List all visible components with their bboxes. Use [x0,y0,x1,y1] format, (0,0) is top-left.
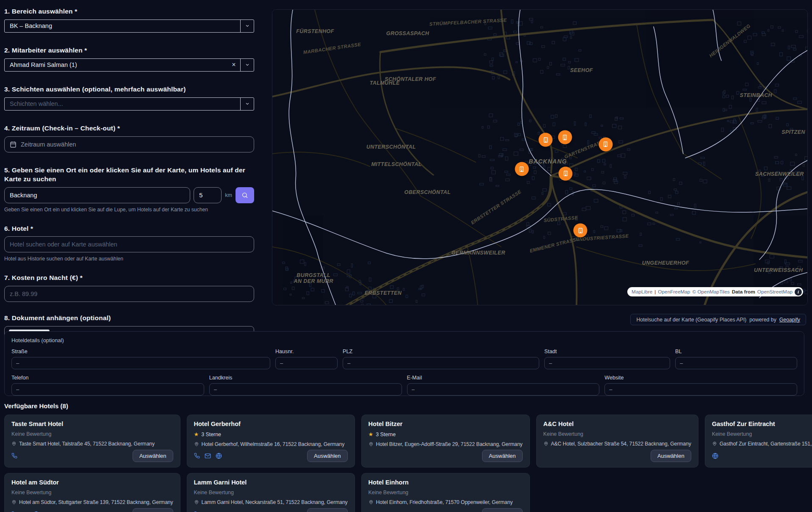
detail-field-input[interactable] [407,383,600,396]
zeitraum-input[interactable]: Zeitraum auswählen [4,136,254,152]
select-hotel-button[interactable]: Auswählen [651,450,691,462]
details-row-2: TelefonLandkreisE-MailWebsite [11,375,797,396]
hotel-address-text: Gasthof Zur Eintracht, Gartenstraße 151,… [720,441,812,447]
detail-field: Stadt [544,349,670,369]
booking-form: 1. Bereich auswählen * BK – Backnang 2. … [4,4,254,359]
hotel-input[interactable] [10,241,249,248]
hotel-address-text: Hotel am Südtor, Stuttgarter Straße 139,… [19,499,173,505]
detail-field: Landkreis [209,375,402,396]
globe-icon[interactable] [712,453,718,459]
bereich-select[interactable]: BK – Backnang [4,19,254,33]
mail-icon[interactable] [205,453,211,459]
info-icon[interactable]: i [795,288,802,296]
hotel-address-text: Hotel Bitzer, Eugen-Adolff-Straße 29, 71… [376,441,523,447]
mitarbeiter-value: Ahmad Rami Salman (1) [5,61,227,68]
detail-field-label: Hausnr. [275,349,338,354]
hotel-card: Gasthof Zur Eintracht ★ Keine Bewertung … [705,415,812,468]
hotel-name: A&C Hotel [543,421,691,427]
kosten-input[interactable] [10,291,249,297]
select-hotel-button[interactable]: Auswählen [307,450,348,462]
hotel-address-text: Hotel Gerberhof, Wilhelmstraße 16, 71522… [202,441,345,447]
hotel-address: Hotel Einhorn, Friedhofstraße, 71570 Opp… [369,499,523,505]
star-icon: ★ [194,431,199,437]
hotel-card: Hotel Einhorn ★ Keine Bewertung Hotel Ei… [361,473,530,512]
globe-icon[interactable] [216,453,222,459]
hotel-address-text: Lamm Garni Hotel, Neckarstraße 51, 71522… [202,499,348,505]
hotel-card: Lamm Garni Hotel ★ Keine Bewertung Lamm … [187,473,355,512]
location-pin-icon [369,441,374,447]
maplibre-link[interactable]: MapLibre [632,289,652,295]
geoapify-link[interactable]: Geoapify [779,317,800,323]
search-button[interactable] [236,187,254,203]
available-hotels-heading: Verfügbare Hotels (8) [4,402,804,410]
location-pin-icon [712,441,717,447]
clear-icon[interactable]: × [227,61,240,69]
ort-input[interactable] [10,192,185,199]
location-pin-icon [369,499,374,505]
openfreemap-link[interactable]: OpenFreeMap [658,289,690,295]
hotel-name: Hotel Bitzer [369,421,523,427]
select-hotel-button[interactable]: Auswählen [307,508,348,512]
detail-field-input[interactable] [11,357,270,369]
hotel-address-text: Taste Smart Hotel, Talstraße 45, 71522 B… [19,441,155,447]
hotel-card: Hotel Gerberhof ★ 3 Sterne Hotel Gerberh… [187,415,355,468]
hotel-name: Taste Smart Hotel [11,421,173,427]
radius-input[interactable] [199,192,216,199]
detail-field-input[interactable] [209,383,402,396]
detail-field-label: Telefon [11,375,204,381]
chevron-down-icon[interactable] [240,20,254,32]
map[interactable]: FÜRSTENHOFMARBACHER STRASSEGROSSASPACHST… [272,9,808,305]
hotel-rating-text: Keine Bewertung [369,490,408,495]
detail-field-input[interactable] [275,357,338,369]
hotel-marker[interactable] [599,137,612,151]
available-hotels-section: Verfügbare Hotels (8) Taste Smart Hotel … [4,402,804,512]
chevron-down-icon[interactable] [240,98,254,110]
select-hotel-button[interactable]: Auswählen [482,508,523,512]
hotel-rating-text: 3 Sterne [201,432,221,437]
detail-field-input[interactable] [604,383,797,396]
detail-field-label: Landkreis [209,375,402,381]
hotel-card-footer: Auswählen [194,508,348,512]
hotel-details-panel: Hoteldetails (optional) StraßeHausnr.PLZ… [4,331,804,396]
mitarbeiter-select[interactable]: Ahmad Rami Salman (1) × [4,58,254,72]
select-hotel-button[interactable]: Auswählen [133,450,173,462]
hotel-marker[interactable] [574,224,588,238]
hotel-address-text: A&C Hotel, Sulzbacher Straße 54, 71522 B… [551,441,691,447]
hotel-rating: ★ Keine Bewertung [369,490,523,495]
detail-field-label: E-Mail [407,375,600,381]
detail-field-input[interactable] [11,383,204,396]
detail-field-input[interactable] [343,357,539,369]
hotel-marker[interactable] [559,166,573,180]
phone-icon[interactable] [11,453,17,459]
detail-field-input[interactable] [544,357,670,369]
star-icon: ★ [369,431,374,437]
hotel-marker[interactable] [558,130,572,144]
select-hotel-button[interactable]: Auswählen [133,508,173,512]
geoapify-badge-text: Hotelsuche auf der Karte (Geoapify Place… [636,317,746,323]
detail-field: PLZ [343,349,539,369]
chevron-down-icon[interactable] [240,59,254,71]
detail-field: E-Mail [407,375,600,396]
hotel-card-footer: Auswählen [369,449,523,462]
hotel-rating-text: Keine Bewertung [11,431,51,437]
openstreetmap-link[interactable]: OpenStreetMap [757,289,793,295]
detail-field: Website [604,375,797,396]
hotel-marker[interactable] [539,133,553,147]
hotel-name: Lamm Garni Hotel [194,479,348,486]
schichten-select[interactable]: Schichten wählen... [4,97,254,111]
kosten-label: 7. Kosten pro Nacht (€) * [4,274,254,282]
hotel-marker[interactable] [515,162,529,176]
detail-field: Straße [11,349,270,369]
select-hotel-button[interactable]: Auswählen [482,450,523,462]
hotel-contact-icons [194,453,222,459]
data-from-label: Data from [732,289,755,295]
bereich-value: BK – Backnang [5,22,240,29]
detail-field-input[interactable] [675,357,797,369]
openmaptiles-link[interactable]: © OpenMapTiles [692,289,729,295]
zeitraum-placeholder: Zeitraum auswählen [21,141,76,148]
hotel-name: Hotel Einhorn [369,479,523,486]
phone-icon[interactable] [194,453,200,459]
detail-field: BL [675,349,797,369]
hotel-cards-grid: Taste Smart Hotel ★ Keine Bewertung Tast… [4,415,804,512]
hotel-address: A&C Hotel, Sulzbacher Straße 54, 71522 B… [543,441,691,447]
